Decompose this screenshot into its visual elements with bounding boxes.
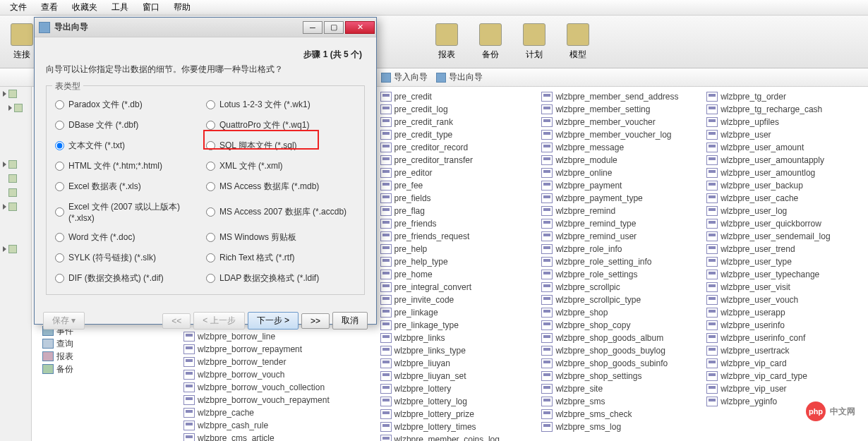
menu-item[interactable]: 帮助 [167, 0, 198, 15]
table-item[interactable]: wlzbpre_userinfo [706, 319, 868, 332]
menu-item[interactable]: 文件 [3, 0, 34, 15]
table-item[interactable]: wlzbpre_lottery_times [380, 421, 542, 433]
table-item[interactable]: wlzbpre_user_cache [706, 192, 868, 205]
radio-input[interactable] [206, 207, 215, 217]
radio-input[interactable] [206, 253, 215, 262]
table-item[interactable]: wlzbpre_userapp [706, 306, 868, 319]
table-item[interactable]: wlzbpre_member_send_address [541, 90, 706, 103]
table-item[interactable]: wlzbpre_tg_recharge_cash [706, 103, 868, 116]
table-item[interactable]: wlzbpre_message [541, 141, 706, 154]
table-item[interactable]: pre_credit [380, 90, 542, 103]
table-item[interactable]: wlzbpre_user_quickborrow [706, 217, 868, 230]
table-item[interactable]: wlzbpre_role_info [541, 243, 706, 255]
toolbar-backup[interactable]: 备份 [469, 16, 512, 68]
radio-input[interactable] [206, 182, 215, 191]
table-item[interactable]: wlzbpre_member_setting [541, 103, 706, 116]
export-format-option[interactable]: Paradox 文件 (*.db) [55, 99, 203, 111]
export-format-option[interactable]: Word 文件 (*.doc) [55, 231, 203, 243]
table-item[interactable]: wlzbpre_scrollpic [541, 281, 706, 294]
radio-input[interactable] [55, 182, 64, 191]
table-item[interactable]: wlzbpre_remind [541, 205, 706, 217]
table-item[interactable]: wlzbpre_user_vouch [706, 294, 868, 306]
table-item[interactable]: wlzbpre_shop [541, 306, 706, 319]
export-format-option[interactable]: Excel 文件 (2007 或以上版本) (*.xlsx) [55, 201, 203, 223]
table-item[interactable]: wlzbpre_borrow_vouch [183, 368, 380, 381]
table-item[interactable]: wlzbpre_site [541, 382, 706, 395]
radio-input[interactable] [55, 253, 64, 262]
export-wizard-button[interactable]: 导出向导 [436, 71, 483, 83]
table-item[interactable]: wlzbpre_shop_goods_album [541, 332, 706, 344]
toolbar-report[interactable]: 报表 [425, 16, 469, 68]
table-item[interactable]: pre_home [380, 268, 542, 281]
table-item[interactable]: wlzbpre_sms [541, 395, 706, 408]
table-item[interactable]: wlzbpre_user_amount [706, 141, 868, 154]
last-button[interactable]: >> [301, 313, 330, 329]
table-item[interactable]: wlzbpre_userinfo_conf [706, 332, 868, 344]
export-format-option[interactable]: HTML 文件 (*.htm;*.html) [55, 160, 203, 172]
table-item[interactable]: pre_creditor_record [380, 141, 542, 154]
export-format-option[interactable]: Lotus 1-2-3 文件 (*.wk1) [206, 99, 356, 111]
table-item[interactable]: wlzbpre_member_voucher_log [541, 128, 706, 141]
menu-item[interactable]: 工具 [104, 0, 135, 15]
table-item[interactable]: wlzbpre_liuyan_set [380, 370, 542, 382]
table-item[interactable]: wlzbpre_user_amountlog [706, 167, 868, 179]
export-format-option[interactable]: Rich Text 格式 (*.rtf) [206, 252, 356, 264]
table-item[interactable]: wlzbpre_lottery [380, 382, 542, 395]
radio-input[interactable] [55, 233, 64, 242]
export-format-option[interactable]: LDAP 数据交换格式 (*.ldif) [206, 272, 356, 284]
menu-item[interactable]: 查看 [34, 0, 65, 15]
table-item[interactable]: wlzbpre_sms_log [541, 421, 706, 433]
table-item[interactable]: pre_fields [380, 192, 542, 205]
menu-item[interactable]: 窗口 [135, 0, 167, 15]
table-item[interactable]: wlzbpre_cash_rule [183, 419, 380, 432]
table-item[interactable]: wlzbpre_borrow_tender [183, 356, 380, 368]
export-format-option[interactable]: SQL 脚本文件 (*.sql) [206, 140, 356, 152]
toolbar-schedule[interactable]: 计划 [512, 16, 556, 68]
table-item[interactable]: wlzbpre_borrow_vouch_repayment [183, 394, 380, 406]
radio-input[interactable] [206, 141, 215, 150]
radio-input[interactable] [206, 100, 215, 109]
export-format-option[interactable]: DIF (数据交换格式) (*.dif) [55, 272, 203, 284]
table-item[interactable]: wlzbpre_liuyan [380, 357, 542, 370]
radio-input[interactable] [55, 274, 64, 283]
table-item[interactable]: pre_linkage [380, 306, 542, 319]
maximize-button[interactable]: ▢ [324, 21, 344, 34]
table-item[interactable]: pre_friends_request [380, 230, 542, 243]
table-item[interactable]: pre_flag [380, 205, 542, 217]
table-item[interactable]: wlzbpre_role_settings [541, 268, 706, 281]
toolbar-model[interactable]: 模型 [556, 16, 600, 68]
table-item[interactable]: wlzbpre_vip_user [706, 382, 868, 395]
table-item[interactable]: wlzbpre_user [706, 128, 868, 141]
table-item[interactable]: wlzbpre_user_type [706, 255, 868, 268]
table-item[interactable]: wlzbpre_user_amountapply [706, 154, 868, 167]
table-item[interactable]: wlzbpre_cache [183, 406, 380, 419]
radio-input[interactable] [55, 207, 64, 217]
table-item[interactable]: wlzbpre_borrow_repayment [183, 343, 380, 356]
radio-input[interactable] [206, 121, 215, 130]
export-format-option[interactable]: XML 文件 (*.xml) [206, 160, 356, 172]
next-button[interactable]: 下一步 > [248, 312, 299, 330]
table-item[interactable]: pre_credit_type [380, 128, 542, 141]
table-item[interactable]: wlzbpre_shop_goods_subinfo [541, 357, 706, 370]
table-item[interactable]: wlzbpre_shop_goods_buylog [541, 344, 706, 357]
table-item[interactable]: pre_invite_code [380, 294, 542, 306]
save-button[interactable]: 保存 ▾ [43, 312, 85, 330]
table-item[interactable]: wlzbpre_shop_settings [541, 370, 706, 382]
table-item[interactable]: pre_friends [380, 217, 542, 230]
table-item[interactable]: pre_credit_log [380, 103, 542, 116]
table-item[interactable]: pre_help [380, 243, 542, 255]
radio-input[interactable] [55, 121, 64, 130]
tree-node[interactable] [0, 87, 31, 101]
table-item[interactable]: wlzbpre_member_coins_log [380, 433, 542, 441]
radio-input[interactable] [55, 100, 64, 109]
export-format-option[interactable]: MS Windows 剪贴板 [206, 231, 356, 243]
minimize-button[interactable]: ─ [303, 21, 323, 34]
table-item[interactable]: wlzbpre_lottery_log [380, 395, 542, 408]
export-format-option[interactable]: QuattroPro 文件 (*.wq1) [206, 119, 356, 131]
export-format-option[interactable]: DBase 文件 (*.dbf) [55, 119, 203, 131]
table-item[interactable]: wlzbpre_payment [541, 179, 706, 192]
radio-input[interactable] [55, 162, 64, 171]
table-item[interactable]: pre_help_type [380, 255, 542, 268]
tree-node[interactable] [0, 171, 31, 186]
table-item[interactable]: wlzbpre_tg_order [706, 90, 868, 103]
